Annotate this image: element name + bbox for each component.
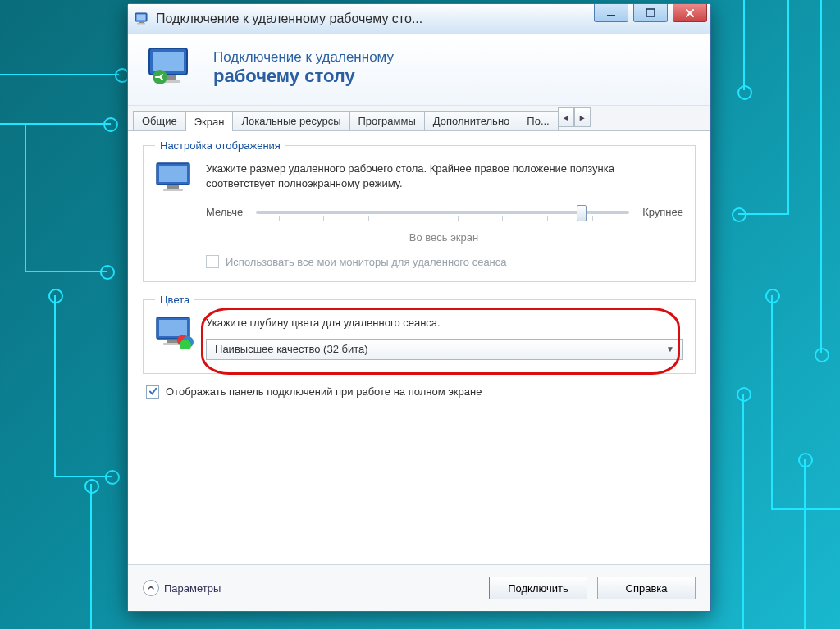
header-line2: рабочему столу: [213, 66, 394, 87]
display-settings-group: Настройка отображения Укажите размер уда…: [143, 139, 696, 282]
svg-rect-5: [646, 9, 655, 16]
tab-more[interactable]: По...: [518, 111, 558, 130]
rdp-logo-icon: [146, 46, 199, 90]
parameters-toggle[interactable]: Параметры: [143, 580, 221, 596]
app-icon: [135, 11, 149, 26]
svg-rect-12: [159, 166, 187, 182]
maximize-button[interactable]: [633, 4, 668, 22]
window-controls: [594, 4, 707, 34]
use-all-monitors-label: Использовать все мои мониторы для удален…: [226, 256, 507, 268]
header-line1: Подключение к удаленному: [213, 49, 394, 66]
connect-button[interactable]: Подключить: [489, 577, 587, 599]
svg-rect-14: [163, 189, 183, 191]
tab-content: Настройка отображения Укажите размер уда…: [128, 131, 710, 408]
use-all-monitors-checkbox[interactable]: Использовать все мои мониторы для удален…: [155, 255, 683, 268]
svg-rect-1: [137, 15, 146, 21]
slider-min-label: Мельче: [206, 206, 243, 218]
color-monitor-icon: [155, 316, 194, 349]
tab-scroll-right-button[interactable]: ►: [574, 107, 591, 127]
tab-local-resources[interactable]: Локальные ресурсы: [232, 111, 349, 130]
svg-rect-13: [167, 185, 179, 189]
parameters-label: Параметры: [164, 582, 221, 595]
window-title: Подключение к удаленному рабочему сто...: [156, 11, 587, 26]
display-description: Укажите размер удаленного рабочего стола…: [206, 162, 683, 190]
tab-scroll-left-button[interactable]: ◄: [558, 107, 574, 127]
monitor-icon: [155, 162, 194, 194]
svg-rect-17: [167, 340, 179, 343]
desktop-wallpaper: Подключение к удаленному рабочему сто...: [0, 0, 840, 629]
svg-rect-3: [137, 23, 145, 25]
svg-rect-2: [139, 21, 144, 23]
close-button[interactable]: [673, 4, 707, 22]
slider-value-label: Во весь экран: [155, 231, 683, 244]
slider-max-label: Крупнее: [642, 206, 683, 218]
color-depth-select[interactable]: Наивысшее качество (32 бита) ▼: [206, 339, 683, 360]
dialog-footer: Параметры Подключить Справка: [128, 564, 710, 611]
tab-advanced[interactable]: Дополнительно: [424, 111, 519, 130]
display-group-legend: Настройка отображения: [155, 139, 285, 152]
dropdown-caret-icon: ▼: [666, 344, 674, 353]
minimize-button[interactable]: [594, 4, 628, 22]
tab-display[interactable]: Экран: [185, 111, 234, 131]
colors-description: Укажите глубину цвета для удаленного сеа…: [206, 316, 683, 330]
display-size-slider[interactable]: [256, 211, 629, 214]
checkbox-icon: [206, 255, 219, 268]
svg-rect-16: [159, 320, 187, 336]
slider-thumb[interactable]: [577, 205, 587, 221]
tab-general[interactable]: Общие: [133, 111, 186, 130]
chevron-up-icon: [143, 580, 159, 596]
help-button[interactable]: Справка: [597, 577, 696, 599]
show-connection-bar-label: Отображать панель подключений при работе…: [166, 385, 482, 398]
title-bar[interactable]: Подключение к удаленному рабочему сто...: [128, 4, 710, 34]
svg-rect-4: [607, 15, 615, 16]
color-depth-value: Наивысшее качество (32 бита): [215, 343, 368, 355]
dialog-header: Подключение к удаленному рабочему столу: [128, 34, 710, 106]
tab-programs[interactable]: Программы: [349, 111, 425, 130]
colors-group: Цвета Укажите г: [143, 294, 696, 374]
colors-group-legend: Цвета: [155, 294, 194, 306]
svg-rect-7: [153, 52, 184, 71]
rdp-dialog-window: Подключение к удаленному рабочему сто...: [127, 3, 711, 612]
tab-strip: Общие Экран Локальные ресурсы Программы …: [128, 106, 710, 131]
show-connection-bar-checkbox[interactable]: Отображать панель подключений при работе…: [143, 385, 696, 399]
checkbox-checked-icon: [146, 385, 159, 399]
